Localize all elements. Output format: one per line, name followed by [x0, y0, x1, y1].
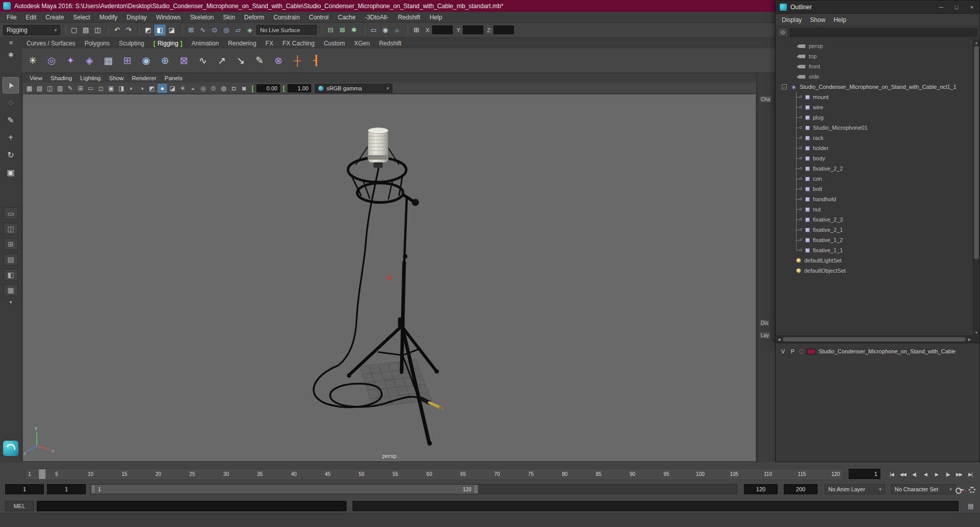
timeline-tick[interactable]: 65 — [460, 469, 466, 480]
animation-end-field[interactable]: 200 — [784, 484, 818, 494]
animation-start-field[interactable]: 1 — [5, 484, 44, 494]
insert-joint-icon[interactable]: ◈ — [81, 52, 98, 69]
timeline-tick[interactable]: 55 — [392, 469, 398, 480]
anim-layer-selector[interactable]: No Anim Layer ▾ — [825, 484, 885, 494]
screen-space-ao-icon[interactable]: ◎ — [198, 84, 208, 93]
outputs-from-selected-icon[interactable]: ⊠ — [337, 25, 348, 36]
pole-vector-icon[interactable]: ⊗ — [270, 52, 287, 69]
menu-item[interactable]: Create — [41, 12, 68, 23]
menu-item[interactable]: File — [2, 12, 21, 23]
shelf-tab[interactable]: FX — [261, 38, 278, 49]
timeline-tick[interactable]: 25 — [190, 469, 195, 480]
live-surface-field[interactable]: No Live Surface — [256, 25, 317, 35]
command-language-toggle[interactable]: MEL — [5, 501, 34, 511]
outliner-row[interactable]: fixative_2_1 — [776, 225, 973, 235]
wireframe-icon[interactable]: ◩ — [147, 84, 157, 93]
layer-playback-toggle[interactable]: P — [789, 348, 796, 354]
outliner-row[interactable]: holder — [776, 143, 973, 153]
lasso-select-tool[interactable]: ◌ — [3, 94, 19, 111]
timeline-tick[interactable]: 95 — [664, 469, 669, 480]
step-back-frame-button[interactable]: ◀◀ — [897, 468, 908, 480]
go-to-start-button[interactable]: |◀ — [886, 468, 897, 480]
redo-icon[interactable]: ↷ — [123, 25, 134, 36]
viewport-menu-item[interactable]: Panels — [160, 74, 186, 83]
step-forward-key-button[interactable]: |▶ — [942, 468, 953, 480]
timeline-tick[interactable]: 35 — [257, 469, 263, 480]
menu-item[interactable]: Modify — [95, 12, 122, 23]
command-input[interactable] — [37, 501, 346, 511]
cluster-icon[interactable]: ◉ — [137, 52, 155, 69]
y-input[interactable] — [463, 26, 483, 34]
colorspace-selector[interactable]: sRGB gamma ▾ — [315, 84, 392, 93]
outliner-row[interactable]: nut — [776, 204, 973, 214]
outliner-row[interactable]: Studio_Microphone01 — [776, 123, 973, 133]
point-constraint-icon[interactable]: ↘ — [232, 52, 249, 69]
range-end-handle[interactable] — [474, 485, 478, 494]
shelf-tab[interactable]: XGen — [349, 38, 375, 49]
auto-keyframe-toggle[interactable] — [954, 485, 965, 494]
timeline-tick[interactable]: 90 — [629, 469, 635, 480]
expand-toggle[interactable] — [782, 84, 787, 89]
command-result-field[interactable] — [353, 501, 959, 511]
outliner-row[interactable]: fixative_2_2 — [776, 163, 973, 174]
shaded-mode-icon[interactable]: ● — [157, 84, 167, 93]
menu-item[interactable]: Deform — [240, 12, 269, 23]
timeline-tick[interactable]: 115 — [798, 469, 806, 480]
timeline-tick[interactable]: 30 — [223, 469, 229, 480]
resolution-gate-icon[interactable]: ◻ — [96, 84, 106, 93]
shelf-tab[interactable]: Redshift — [375, 38, 406, 49]
menu-item[interactable]: Select — [68, 12, 95, 23]
timeline-tick[interactable]: 110 — [764, 469, 772, 480]
outliner-row[interactable]: bolt — [776, 184, 973, 194]
menu-item[interactable]: Redshift — [393, 12, 425, 23]
playback-end-field[interactable]: 120 — [744, 484, 778, 494]
scroll-left-icon[interactable]: ◀ — [776, 336, 782, 343]
menu-item[interactable]: Control — [305, 12, 334, 23]
menu-item[interactable]: Skeleton — [185, 12, 219, 23]
grid-icon[interactable]: ⊞ — [76, 84, 85, 93]
2d-pan-zoom-icon[interactable]: ▥ — [55, 84, 65, 93]
outliner-row[interactable]: rack — [776, 133, 973, 143]
rotate-tool[interactable]: ↻ — [3, 147, 19, 163]
shelf-tab[interactable]: Animation — [187, 38, 223, 49]
timeline-tick[interactable]: 1 — [28, 469, 31, 480]
viewport-canvas[interactable]: y x z persp — [23, 94, 756, 461]
select-hierarchy-icon[interactable]: ◩ — [143, 25, 154, 36]
horizontal-scrollbar[interactable]: ◀ ▶ — [776, 336, 973, 343]
snap-to-projected-center-icon[interactable]: ◎ — [221, 25, 232, 36]
gamma-field[interactable]: 1.00 — [288, 84, 311, 92]
timeline-tick[interactable]: 80 — [562, 469, 568, 480]
timeline-track[interactable]: 1510152025303540455055606570758085909510… — [25, 468, 844, 480]
layer-name[interactable]: Studio_Condenser_Microphone_on_Stand_wit… — [819, 348, 955, 354]
image-plane-icon[interactable]: ◫ — [45, 84, 55, 93]
timeline-tick[interactable]: 45 — [325, 469, 331, 480]
isolate-select-icon[interactable]: ◙ — [239, 84, 249, 93]
menu-item[interactable]: Windows — [151, 12, 185, 23]
scroll-up-icon[interactable]: ▲ — [973, 39, 979, 45]
scroll-right-icon[interactable]: ▶ — [966, 336, 973, 343]
timeline-tick[interactable]: 100 — [696, 469, 705, 480]
minimize-button[interactable]: ─ — [934, 1, 949, 14]
viewport-menu-item[interactable]: Lighting — [76, 74, 105, 83]
outliner-menu-item[interactable]: Display — [778, 14, 806, 26]
filter-icon[interactable]: ⊙ — [778, 28, 788, 37]
menu-item[interactable]: Help — [425, 12, 447, 23]
menu-item[interactable]: Constrain — [269, 12, 304, 23]
timeline-tick[interactable]: 105 — [730, 469, 738, 480]
snap-to-curves-icon[interactable]: ∿ — [197, 25, 208, 36]
outliner-row[interactable]: defaultObjectSet — [776, 266, 973, 276]
outliner-row[interactable]: wire — [776, 102, 973, 112]
layer-mode-toggle[interactable] — [799, 349, 804, 354]
timeline-tick[interactable]: 85 — [596, 469, 601, 480]
layout-preset-button[interactable]: ▦ — [4, 284, 18, 296]
z-input[interactable] — [494, 26, 514, 34]
vertical-scrollbar[interactable]: ▲ ▼ — [973, 39, 979, 336]
layout-single-pane-button[interactable]: ▭ — [4, 207, 18, 220]
layout-two-pane-button[interactable]: ◫ — [4, 223, 18, 235]
paint-tool-icon[interactable]: ✎ — [251, 52, 268, 69]
outliner-row[interactable]: front — [776, 61, 973, 71]
range-slider-track[interactable]: 1 120 — [90, 484, 737, 494]
snap-to-view-planes-icon[interactable]: ▱ — [232, 25, 244, 36]
paint-skin-weights-icon[interactable]: ⊞ — [119, 52, 136, 69]
textured-mode-icon[interactable]: ◪ — [168, 84, 177, 93]
